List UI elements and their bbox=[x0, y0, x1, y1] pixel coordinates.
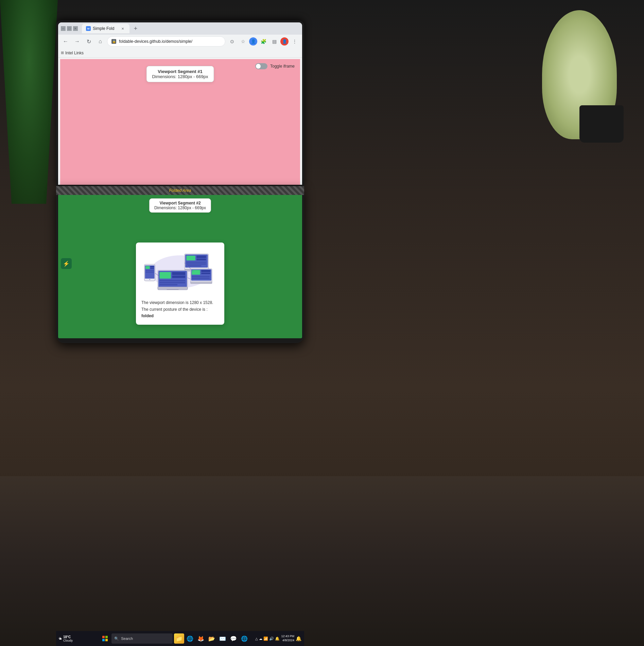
bookmarks-bar: ⊞ Intel Links bbox=[58, 48, 302, 58]
new-tab-button[interactable]: + bbox=[131, 24, 140, 33]
device-text: The viewport dimension is 1280 x 1528. T… bbox=[141, 300, 219, 319]
search-icon: 🔍 bbox=[114, 636, 119, 641]
svg-rect-5 bbox=[196, 259, 206, 261]
svg-rect-33 bbox=[192, 276, 210, 277]
svg-rect-13 bbox=[150, 266, 154, 268]
svg-rect-26 bbox=[158, 287, 188, 289]
clock-time: 12:43 PM bbox=[281, 634, 294, 639]
svg-rect-8 bbox=[186, 265, 201, 267]
taskbar-app-chrome[interactable]: 🌐 bbox=[239, 633, 249, 644]
svg-rect-3 bbox=[186, 256, 195, 261]
weather-temp: 18°C bbox=[63, 635, 73, 639]
browser-chrome: ─ □ ✕ M Simple Fold ✕ + ← → ↻ ⌂ bbox=[58, 22, 302, 185]
start-button[interactable] bbox=[100, 633, 110, 644]
toggle-knob bbox=[256, 64, 261, 69]
device-info-card: The viewport dimension is 1280 x 1528. T… bbox=[136, 243, 224, 325]
svg-rect-38 bbox=[102, 639, 105, 641]
clock[interactable]: 12:43 PM 4/8/2024 bbox=[281, 634, 294, 642]
viewport-dimension-text: The viewport dimension is 1280 x 1528. bbox=[141, 300, 219, 306]
bookmarks-item[interactable]: Intel Links bbox=[65, 51, 84, 55]
svg-rect-23 bbox=[159, 280, 185, 281]
taskbar-right: △ ☁ 📶 🔊 🔔 12:43 PM 4/8/2024 🔔 bbox=[253, 634, 304, 642]
search-placeholder: Search bbox=[121, 636, 133, 641]
toggle-iframe-switch[interactable] bbox=[255, 63, 267, 69]
security-icon: 🔒 bbox=[111, 39, 116, 44]
svg-rect-6 bbox=[186, 262, 206, 263]
tab-title: Simple Fold bbox=[93, 26, 114, 31]
taskbar-app-firefox[interactable]: 🦊 bbox=[196, 633, 206, 644]
tray-volume[interactable]: 🔊 bbox=[269, 636, 274, 641]
segment1-info-box: Viewport Segment #1 Dimensions: 1280px -… bbox=[146, 66, 214, 82]
sidebar-icon[interactable]: ▤ bbox=[269, 37, 279, 46]
hinge-area: Folded Area bbox=[56, 186, 304, 195]
svg-rect-15 bbox=[145, 270, 154, 271]
toggle-iframe-label: Toggle iframe bbox=[270, 64, 295, 69]
svg-rect-4 bbox=[196, 256, 206, 258]
viewport-segment-1: Viewport Segment #1 Dimensions: 1280px -… bbox=[60, 59, 300, 185]
svg-rect-7 bbox=[186, 264, 206, 265]
svg-rect-31 bbox=[201, 270, 210, 272]
restore-button[interactable]: □ bbox=[67, 26, 72, 31]
tray-chevron[interactable]: △ bbox=[255, 637, 258, 641]
address-bar-row: ← → ↻ ⌂ 🔒 foldable-devices.github.io/dem… bbox=[58, 35, 302, 48]
tray-battery[interactable]: 🔔 bbox=[275, 636, 280, 641]
forward-button[interactable]: → bbox=[72, 37, 82, 46]
tab-bar: ─ □ ✕ M Simple Fold ✕ + bbox=[58, 22, 302, 35]
clock-date: 4/8/2024 bbox=[281, 639, 294, 643]
taskbar: 🌥 18°C Cloudy 🔍 Search 📁 bbox=[56, 631, 304, 646]
svg-rect-34 bbox=[192, 278, 210, 279]
account-icon[interactable]: 👤 bbox=[280, 37, 289, 46]
segment2-dimensions: Dimensions: 1280px - 669px bbox=[154, 205, 206, 210]
laptop-device: ─ □ ✕ M Simple Fold ✕ + ← → ↻ ⌂ bbox=[56, 20, 304, 346]
svg-rect-36 bbox=[102, 636, 105, 638]
active-tab[interactable]: M Simple Fold ✕ bbox=[82, 24, 129, 33]
menu-icon[interactable]: ⋮ bbox=[290, 37, 299, 46]
svg-rect-20 bbox=[159, 272, 171, 279]
cast-icon[interactable]: ⊙ bbox=[227, 37, 237, 46]
folded-area-label: Folded Area bbox=[169, 188, 191, 193]
extension-icon[interactable]: 🧩 bbox=[259, 37, 268, 46]
svg-rect-25 bbox=[159, 284, 177, 285]
taskbar-app-edge[interactable]: 🌐 bbox=[185, 633, 195, 644]
svg-rect-32 bbox=[201, 273, 210, 274]
close-button[interactable]: ✕ bbox=[73, 26, 78, 31]
svg-rect-27 bbox=[167, 289, 179, 290]
svg-rect-22 bbox=[172, 276, 185, 278]
refresh-button[interactable]: ↻ bbox=[84, 37, 93, 46]
taskbar-search[interactable]: 🔍 Search bbox=[111, 633, 173, 644]
svg-rect-24 bbox=[159, 282, 185, 283]
taskbar-app-teams[interactable]: 💬 bbox=[228, 633, 239, 644]
taskbar-apps: 📁 🌐 🦊 📂 ✉️ 💬 🌐 bbox=[174, 633, 249, 644]
desk-surface bbox=[0, 476, 644, 646]
posture-value: folded bbox=[141, 313, 154, 318]
home-button[interactable]: ⌂ bbox=[95, 37, 105, 46]
svg-rect-16 bbox=[145, 272, 154, 273]
profile-icon[interactable]: 👤 bbox=[249, 37, 257, 46]
svg-rect-35 bbox=[191, 282, 212, 284]
svg-rect-17 bbox=[149, 279, 151, 280]
weather-widget[interactable]: 🌥 18°C Cloudy bbox=[59, 635, 73, 642]
address-bar[interactable]: 🔒 foldable-devices.github.io/demos/simpl… bbox=[107, 36, 225, 47]
viewport-segment-2: Viewport Segment #2 Dimensions: 1280px -… bbox=[58, 189, 302, 338]
posture-text: The current posture of the device is : f… bbox=[141, 306, 219, 319]
system-tray: △ ☁ 📶 🔊 🔔 bbox=[255, 636, 280, 641]
side-app-icon[interactable]: ⚡ bbox=[61, 258, 72, 269]
bookmark-icon[interactable]: ☆ bbox=[238, 37, 248, 46]
taskbar-app-explorer[interactable]: 📁 bbox=[174, 633, 184, 644]
yoda-cup bbox=[579, 105, 624, 143]
notification-icon[interactable]: 🔔 bbox=[296, 636, 301, 641]
weather-label: Cloudy bbox=[63, 639, 73, 642]
tray-cloud[interactable]: ☁ bbox=[259, 637, 262, 641]
taskbar-app-files[interactable]: 📂 bbox=[207, 633, 217, 644]
svg-rect-12 bbox=[145, 266, 150, 269]
svg-rect-14 bbox=[150, 268, 154, 269]
back-button[interactable]: ← bbox=[61, 37, 70, 46]
minimize-button[interactable]: ─ bbox=[61, 26, 66, 31]
toolbar-icons: ⊙ ☆ 👤 🧩 ▤ 👤 ⋮ bbox=[227, 37, 299, 46]
device-illustration bbox=[141, 248, 219, 295]
tab-close-button[interactable]: ✕ bbox=[120, 26, 125, 31]
segment2-title: Viewport Segment #2 bbox=[154, 201, 206, 205]
tab-favicon: M bbox=[86, 26, 91, 31]
tray-wifi[interactable]: 📶 bbox=[263, 636, 268, 641]
taskbar-app-outlook[interactable]: ✉️ bbox=[217, 633, 228, 644]
